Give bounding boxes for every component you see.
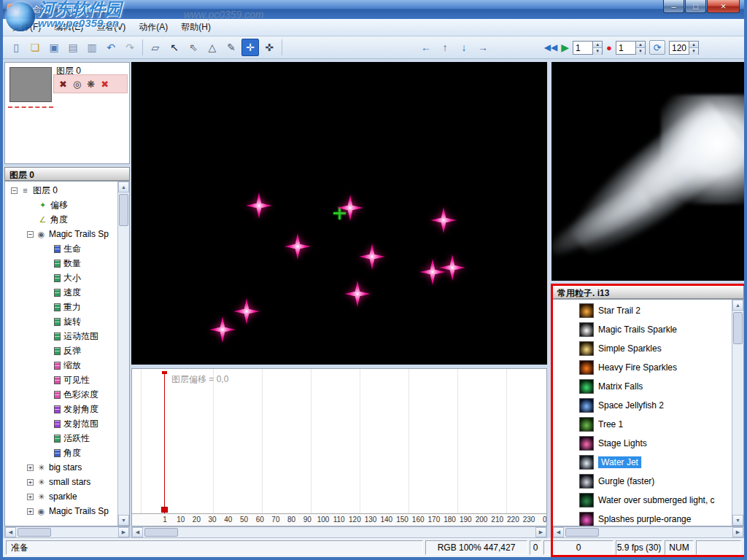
expand-toggle-icon[interactable]: + — [27, 479, 34, 486]
scroll-track[interactable] — [564, 527, 732, 537]
left-panel-hscrollbar[interactable]: ◀ ▶ — [4, 526, 130, 538]
close-button[interactable]: × — [707, 0, 740, 13]
menu-item-5[interactable]: 帮助(H) — [174, 19, 217, 36]
scroll-thumb[interactable] — [119, 194, 128, 226]
maximize-button[interactable]: □ — [685, 0, 706, 13]
scroll-right-icon[interactable]: ▶ — [535, 527, 546, 537]
play-button[interactable]: ▶ — [561, 42, 569, 53]
redo-button[interactable]: ↷ — [121, 39, 139, 56]
scroll-left-icon[interactable]: ◀ — [5, 527, 16, 537]
scroll-down-icon[interactable]: ▼ — [732, 515, 743, 526]
library-button[interactable]: ▥ — [83, 39, 101, 56]
scroll-left-icon[interactable]: ◀ — [553, 527, 564, 537]
spin-up-icon[interactable]: ▲ — [689, 42, 698, 48]
expand-toggle-icon[interactable]: + — [27, 494, 34, 500]
record-button[interactable]: ● — [606, 42, 612, 53]
menu-item-1[interactable]: 文件(F) — [6, 19, 47, 36]
tree-item[interactable]: +◉Magic Trails Sp — [5, 504, 117, 518]
tree-item[interactable]: +✳small stars — [5, 475, 117, 489]
tree-item[interactable]: ✦偏移 — [5, 198, 117, 212]
tree-item[interactable]: 重力 — [5, 300, 117, 314]
spin-down-icon[interactable]: ▼ — [636, 48, 645, 55]
scroll-track[interactable] — [732, 311, 743, 515]
scroll-thumb[interactable] — [733, 312, 743, 344]
expand-toggle-icon[interactable]: − — [11, 187, 18, 194]
spin-up-icon[interactable]: ▲ — [593, 42, 602, 48]
layer-flag-x1-icon[interactable]: ✖ — [59, 79, 67, 90]
scroll-track[interactable] — [118, 192, 129, 515]
end-frame-spinner[interactable]: 120 ▲▼ — [669, 41, 699, 55]
save-button[interactable]: ▣ — [45, 39, 63, 56]
current-frame-spinner[interactable]: 1 ▲▼ — [616, 41, 646, 55]
undo-button[interactable]: ↶ — [102, 39, 120, 56]
library-item[interactable]: Stage Lights — [553, 434, 732, 453]
library-item[interactable]: Heavy Fire Sparkles — [553, 358, 732, 377]
move-tool-button[interactable]: ✛ — [241, 39, 259, 56]
nav-up-button[interactable]: ↑ — [436, 39, 454, 56]
layer-flag-target-icon[interactable]: ◎ — [73, 79, 81, 90]
rewind-button[interactable]: ◀◀ — [544, 42, 557, 52]
menu-item-4[interactable]: 动作(A) — [132, 19, 174, 36]
library-item[interactable]: Matrix Falls — [553, 377, 732, 396]
tree-item[interactable]: 运动范围 — [5, 329, 117, 343]
stage-tool-button[interactable]: ▱ — [147, 39, 164, 56]
library-item[interactable]: Water over submerged light, c — [553, 491, 732, 510]
scroll-left-icon[interactable]: ◀ — [132, 527, 143, 537]
library-item[interactable]: Space Jellyfish 2 — [553, 396, 732, 415]
expand-toggle-icon[interactable]: + — [27, 464, 34, 471]
minimize-button[interactable]: – — [663, 0, 684, 13]
scroll-right-icon[interactable]: ▶ — [118, 527, 129, 537]
nav-back-button[interactable]: ← — [417, 39, 435, 56]
menu-item-3[interactable]: 查看(V) — [90, 19, 132, 36]
direct-select-tool-button[interactable]: ⇖ — [185, 39, 202, 56]
spin-up-icon[interactable]: ▲ — [636, 42, 645, 48]
scroll-down-icon[interactable]: ▼ — [118, 515, 129, 526]
library-item[interactable]: Magic Trails Sparkle — [553, 320, 732, 339]
tree-item[interactable]: +✳big stars — [5, 460, 117, 475]
new-button[interactable]: ▯ — [7, 39, 25, 56]
timeline-cursor-marker[interactable] — [161, 507, 168, 513]
expand-toggle-icon[interactable]: − — [27, 231, 34, 238]
scroll-thumb[interactable] — [144, 528, 178, 537]
scroll-up-icon[interactable]: ▲ — [732, 300, 743, 311]
library-item[interactable]: Tree 1 — [553, 415, 732, 434]
spin-down-icon[interactable]: ▼ — [689, 48, 698, 55]
nav-down-button[interactable]: ↓ — [455, 39, 473, 56]
tree-item[interactable]: +✳sparkle — [5, 489, 117, 504]
spinner-arrows[interactable]: ▲▼ — [689, 42, 698, 54]
pen-tool-button[interactable]: ✎ — [222, 39, 240, 56]
tree-item[interactable]: 角度 — [5, 446, 117, 460]
timeline-track[interactable] — [132, 369, 546, 513]
scroll-right-icon[interactable]: ▶ — [732, 527, 743, 537]
scroll-track[interactable] — [143, 527, 535, 537]
library-item[interactable]: Gurgle (faster) — [553, 472, 732, 491]
tree-item[interactable]: 色彩浓度 — [5, 387, 117, 402]
select-tool-button[interactable]: ↖ — [166, 39, 183, 56]
save-all-button[interactable]: ▤ — [64, 39, 82, 56]
spin-down-icon[interactable]: ▼ — [593, 48, 602, 55]
library-item[interactable]: Splashes purple-orange — [553, 510, 732, 526]
library-item[interactable]: Simple Sparkles — [553, 339, 732, 358]
transform-tool-button[interactable]: ✜ — [260, 39, 278, 56]
timeline-hscrollbar[interactable]: ◀ ▶ — [131, 526, 547, 538]
library-hscrollbar[interactable]: ◀ ▶ — [552, 526, 744, 538]
timeline-panel[interactable]: 图层偏移 = 0,0 11020304050607080901001101201… — [131, 368, 547, 526]
scroll-up-icon[interactable]: ▲ — [118, 182, 129, 192]
tree-item[interactable]: 活跃性 — [5, 431, 117, 446]
library-vscrollbar[interactable]: ▲ ▼ — [732, 300, 743, 526]
tree-item[interactable]: −◉Magic Trails Sp — [5, 227, 117, 241]
title-bar[interactable]: 未命名 - particleIllusion – □ × — [3, 0, 744, 19]
tree-item[interactable]: ∠角度 — [5, 212, 117, 227]
tree-item[interactable]: 生命 — [5, 241, 117, 256]
tree-item[interactable]: 速度 — [5, 285, 117, 300]
layer-thumbnail[interactable] — [9, 67, 52, 102]
scroll-thumb[interactable] — [18, 528, 51, 537]
spinner-arrows[interactable]: ▲▼ — [635, 42, 645, 54]
layer-flag-flower-icon[interactable]: ❋ — [87, 79, 95, 90]
tree-item[interactable]: 反弹 — [5, 343, 117, 358]
scroll-thumb[interactable] — [565, 528, 599, 537]
timeline-cursor[interactable] — [164, 371, 165, 513]
scroll-track[interactable] — [16, 527, 118, 537]
library-item[interactable]: Water Jet — [553, 453, 732, 472]
layer-flag-x2-icon[interactable]: ✖ — [101, 79, 109, 90]
